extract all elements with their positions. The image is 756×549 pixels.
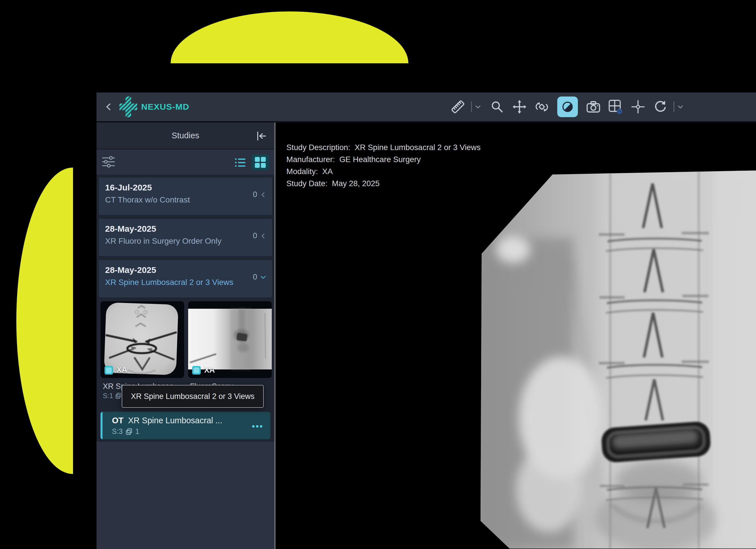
tool-group: ⚙	[451, 93, 684, 121]
zoom-tool-button[interactable]	[490, 100, 504, 114]
chevron-down-icon	[475, 105, 481, 109]
search-icon	[491, 100, 504, 113]
study-metadata: Study Description: XR Spine Lumbosacral …	[286, 141, 481, 190]
studies-panel-header: Studies	[97, 123, 274, 149]
reference-lines-button[interactable]	[631, 100, 645, 114]
measure-dropdown-button[interactable]	[474, 103, 482, 111]
series-count: 0	[253, 231, 257, 240]
layout-grid-icon: ⚙	[608, 99, 623, 114]
frame-count-text: 1	[135, 427, 139, 436]
yellow-halfcircle-shape	[16, 168, 73, 474]
series-label: XR Spine Lumbosacral ...	[128, 416, 222, 425]
app-name: NEXUS-MD	[141, 102, 189, 112]
study-description: XR Fluoro in Surgery Order Only	[105, 237, 266, 246]
collapse-panel-button[interactable]	[255, 130, 267, 142]
chevron-left-icon[interactable]	[260, 192, 266, 198]
metadata-modality: Modality: XA	[286, 166, 481, 178]
study-card-right: 0	[253, 273, 266, 282]
metadata-study-date: Study Date: May 28, 2025	[286, 178, 481, 190]
series-count: 0	[253, 190, 257, 199]
view-toggles	[233, 154, 269, 170]
contrast-icon	[562, 101, 573, 113]
selected-series-line1: OT XR Spine Lumbosacral ...	[112, 416, 222, 425]
series-menu-button[interactable]: •••	[252, 422, 263, 431]
tooltip: XR Spine Lumbosacral 2 or 3 Views	[122, 385, 264, 408]
study-card[interactable]: 16-Jul-2025 CT Thorax w/o Contrast 0	[99, 178, 272, 215]
window-body: Studies	[97, 123, 756, 549]
reset-button[interactable]	[653, 100, 667, 114]
study-description: XR Spine Lumbosacral 2 or 3 Views	[105, 278, 266, 287]
viewer-area[interactable]: Study Description: XR Spine Lumbosacral …	[275, 123, 756, 549]
modality-label: XA	[204, 366, 215, 375]
modality-badge-icon[interactable]	[192, 366, 201, 375]
metadata-manufacturer: Manufacturer: GE Healthcare Surgery	[286, 154, 481, 166]
toolbar-separator	[674, 101, 674, 112]
selected-accent-bar	[101, 412, 103, 439]
tooltip-text: XR Spine Lumbosacral 2 or 3 Views	[131, 392, 255, 401]
crosshair-icon	[631, 100, 645, 114]
measure-tool-button[interactable]	[451, 100, 465, 114]
capture-button[interactable]	[586, 100, 600, 114]
frames-icon	[115, 393, 122, 399]
series-thumbnail[interactable]: XA	[101, 301, 184, 378]
metadata-study-description: Study Description: XR Spine Lumbosacral …	[286, 141, 481, 154]
study-card-right: 0	[253, 190, 266, 199]
modality-label: XA	[117, 366, 127, 375]
rotate-3d-tool-button[interactable]	[535, 100, 549, 114]
rotate-3d-icon	[535, 100, 549, 114]
series-thumbnail[interactable]: XA	[188, 301, 272, 378]
panel-title: Studies	[172, 131, 199, 140]
study-card[interactable]: 28-May-2025 XR Fluoro in Surgery Order O…	[99, 219, 272, 256]
series-info-text: S:1	[103, 392, 113, 400]
toolbar: NEXUS-MD	[97, 93, 756, 123]
chevron-left-icon	[103, 101, 114, 113]
chevron-down-icon	[678, 105, 683, 109]
ruler-icon	[451, 100, 465, 114]
sliders-icon	[102, 155, 115, 169]
app-logo: NEXUS-MD	[119, 97, 189, 117]
thumbnail-footer: XA	[105, 366, 127, 375]
gear-icon: ⚙	[617, 107, 623, 115]
thumbnail-series-info: S:1	[103, 392, 122, 400]
contrast-tool-button[interactable]	[557, 97, 578, 117]
app-window: NEXUS-MD	[97, 93, 756, 549]
grid-view-icon	[255, 157, 266, 168]
list-view-button[interactable]	[233, 155, 248, 170]
frames-icon	[126, 428, 133, 435]
toolbar-separator	[471, 101, 472, 112]
grid-view-button[interactable]	[251, 154, 269, 170]
studies-panel: Studies	[97, 123, 274, 549]
yellow-dome-shape	[171, 11, 408, 63]
thumbnail-footer: XA	[192, 366, 215, 375]
chevron-down-icon[interactable]	[260, 274, 266, 280]
move-icon	[513, 100, 526, 114]
chevron-left-icon[interactable]	[260, 233, 266, 239]
study-description: CT Thorax w/o Contrast	[105, 195, 266, 204]
layout-button[interactable]: ⚙	[609, 100, 623, 114]
filter-row	[97, 150, 274, 174]
collapse-left-icon	[255, 130, 267, 142]
reset-dropdown-button[interactable]	[677, 103, 684, 111]
study-card-expanded[interactable]: 28-May-2025 XR Spine Lumbosacral 2 or 3 …	[99, 260, 272, 297]
xray-image[interactable]	[476, 166, 756, 549]
study-date: 28-May-2025	[105, 224, 266, 234]
back-button[interactable]	[103, 101, 114, 113]
modality-badge-icon[interactable]	[105, 366, 113, 375]
study-date: 16-Jul-2025	[105, 183, 266, 192]
selected-series-row[interactable]: OT XR Spine Lumbosacral ... S:3 1 •••	[101, 412, 270, 439]
filter-button[interactable]	[102, 155, 115, 170]
series-count-text: S:3	[112, 427, 123, 436]
list-view-icon	[235, 157, 246, 168]
study-card-right: 0	[253, 231, 266, 240]
camera-icon	[586, 101, 600, 113]
reset-icon	[653, 100, 667, 114]
pan-tool-button[interactable]	[513, 100, 526, 114]
series-modality: OT	[112, 416, 123, 425]
logo-cross-icon	[119, 97, 137, 117]
selected-series-line2: S:3 1	[112, 427, 139, 436]
study-date: 28-May-2025	[105, 265, 266, 275]
series-count: 0	[253, 273, 257, 282]
